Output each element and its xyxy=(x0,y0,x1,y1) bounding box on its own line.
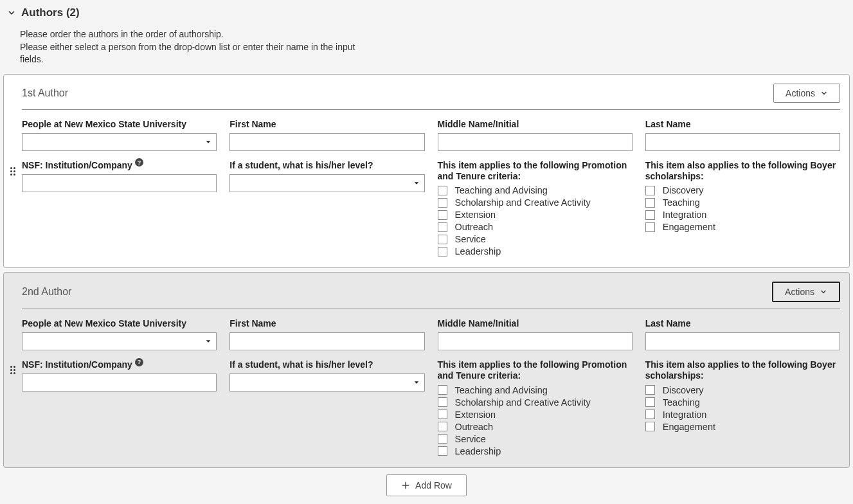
field-middle-name: Middle Name/Initial xyxy=(438,318,633,350)
checkbox-label: Discovery xyxy=(663,185,704,195)
checkbox-pt-leadership[interactable] xyxy=(438,446,447,456)
checkbox-label: Scholarship and Creative Activity xyxy=(455,397,591,408)
checkbox-label: Outreach xyxy=(455,222,494,232)
label-last-name: Last Name xyxy=(645,119,840,129)
field-boyer: This item also applies to the following … xyxy=(645,160,840,259)
checkbox-label: Service xyxy=(455,234,486,244)
label-student-level: If a student, what is his/her level? xyxy=(229,160,424,170)
chevron-down-icon xyxy=(820,89,828,97)
checkbox-boyer-discovery[interactable] xyxy=(645,385,655,395)
checkbox-boyer-engagement[interactable] xyxy=(645,222,655,232)
actions-button[interactable]: Actions xyxy=(773,84,840,103)
field-student-level: If a student, what is his/her level? xyxy=(229,359,424,458)
label-nsf: NSF: Institution/Company xyxy=(22,359,132,370)
field-first-name: First Name xyxy=(229,318,424,350)
section-title: Authors (2) xyxy=(21,6,80,19)
checkbox-label: Teaching and Advising xyxy=(455,185,548,195)
author-title: 1st Author xyxy=(22,87,68,99)
field-pt-criteria: This item applies to the following Promo… xyxy=(438,160,633,259)
label-nsf: NSF: Institution/Company xyxy=(22,160,132,170)
checkbox-boyer-teaching[interactable] xyxy=(645,198,655,208)
label-last-name: Last Name xyxy=(645,318,840,328)
chevron-down-icon xyxy=(7,8,16,17)
label-boyer: This item also applies to the following … xyxy=(645,359,840,381)
checkbox-boyer-discovery[interactable] xyxy=(645,186,655,195)
label-first-name: First Name xyxy=(229,318,424,328)
field-nsf: NSF: Institution/Company ? xyxy=(22,160,217,259)
label-boyer: This item also applies to the following … xyxy=(645,160,840,182)
label-people: People at New Mexico State University xyxy=(22,318,217,328)
checkbox-pt-scholarship[interactable] xyxy=(438,397,447,407)
checkbox-pt-outreach[interactable] xyxy=(438,422,447,431)
checkbox-label: Teaching xyxy=(663,197,700,208)
checkbox-pt-leadership[interactable] xyxy=(438,247,447,256)
checkbox-label: Extension xyxy=(455,210,496,220)
section-instructions: Please order the authors in the order of… xyxy=(20,28,367,66)
field-people: People at New Mexico State University xyxy=(22,318,217,350)
people-select[interactable] xyxy=(22,332,217,350)
checkbox-label: Integration xyxy=(663,210,707,220)
checkbox-label: Integration xyxy=(663,410,707,420)
field-people: People at New Mexico State University xyxy=(22,119,217,151)
checkbox-boyer-integration[interactable] xyxy=(645,410,655,419)
checkbox-label: Leadership xyxy=(455,246,501,256)
student-level-select[interactable] xyxy=(229,174,424,192)
checkbox-pt-scholarship[interactable] xyxy=(438,198,447,208)
actions-button[interactable]: Actions xyxy=(772,282,840,302)
field-pt-criteria: This item applies to the following Promo… xyxy=(438,359,633,458)
first-name-input[interactable] xyxy=(229,332,424,350)
plus-icon xyxy=(401,481,410,490)
checkbox-pt-teaching[interactable] xyxy=(438,186,447,195)
section-header[interactable]: Authors (2) xyxy=(7,6,850,19)
checkbox-boyer-integration[interactable] xyxy=(645,210,655,220)
drag-handle-icon[interactable] xyxy=(4,273,22,467)
checkbox-pt-service[interactable] xyxy=(438,434,447,444)
label-pt-criteria: This item applies to the following Promo… xyxy=(438,359,633,381)
checkbox-pt-extension[interactable] xyxy=(438,210,447,220)
checkbox-label: Outreach xyxy=(455,422,494,432)
help-icon[interactable]: ? xyxy=(135,158,143,166)
author-panel-2: 2nd Author Actions People at New Mexico … xyxy=(3,272,850,468)
checkbox-pt-service[interactable] xyxy=(438,235,447,244)
checkbox-label: Teaching xyxy=(663,397,700,408)
field-last-name: Last Name xyxy=(645,318,840,350)
field-nsf: NSF: Institution/Company ? xyxy=(22,359,217,458)
checkbox-pt-teaching[interactable] xyxy=(438,385,447,395)
checkbox-label: Engagement xyxy=(663,422,715,432)
field-boyer: This item also applies to the following … xyxy=(645,359,840,458)
checkbox-label: Extension xyxy=(455,410,496,420)
label-people: People at New Mexico State University xyxy=(22,119,217,129)
help-icon[interactable]: ? xyxy=(135,358,143,366)
checkbox-label: Engagement xyxy=(663,222,715,232)
label-middle-name: Middle Name/Initial xyxy=(438,119,633,129)
checkbox-label: Service xyxy=(455,434,486,444)
nsf-input[interactable] xyxy=(22,374,217,392)
checkbox-pt-outreach[interactable] xyxy=(438,222,447,232)
chevron-down-icon xyxy=(820,288,827,296)
first-name-input[interactable] xyxy=(229,133,424,151)
field-student-level: If a student, what is his/her level? xyxy=(229,160,424,259)
label-pt-criteria: This item applies to the following Promo… xyxy=(438,160,633,182)
checkbox-boyer-teaching[interactable] xyxy=(645,397,655,407)
field-last-name: Last Name xyxy=(645,119,840,151)
middle-name-input[interactable] xyxy=(438,332,633,350)
label-first-name: First Name xyxy=(229,119,424,129)
middle-name-input[interactable] xyxy=(438,133,633,151)
drag-handle-icon[interactable] xyxy=(4,75,22,268)
nsf-input[interactable] xyxy=(22,174,217,192)
checkbox-label: Scholarship and Creative Activity xyxy=(455,197,591,208)
field-first-name: First Name xyxy=(229,119,424,151)
add-row-label: Add Row xyxy=(415,480,452,491)
author-title: 2nd Author xyxy=(22,286,71,298)
student-level-select[interactable] xyxy=(229,374,424,392)
people-select[interactable] xyxy=(22,133,217,151)
add-row-button[interactable]: Add Row xyxy=(386,474,467,496)
checkbox-pt-extension[interactable] xyxy=(438,410,447,419)
checkbox-label: Discovery xyxy=(663,385,704,395)
last-name-input[interactable] xyxy=(645,133,840,151)
checkbox-label: Leadership xyxy=(455,446,501,456)
instruction-line: Please either select a person from the d… xyxy=(20,41,367,66)
checkbox-boyer-engagement[interactable] xyxy=(645,422,655,431)
actions-label: Actions xyxy=(786,88,815,98)
last-name-input[interactable] xyxy=(645,332,840,350)
